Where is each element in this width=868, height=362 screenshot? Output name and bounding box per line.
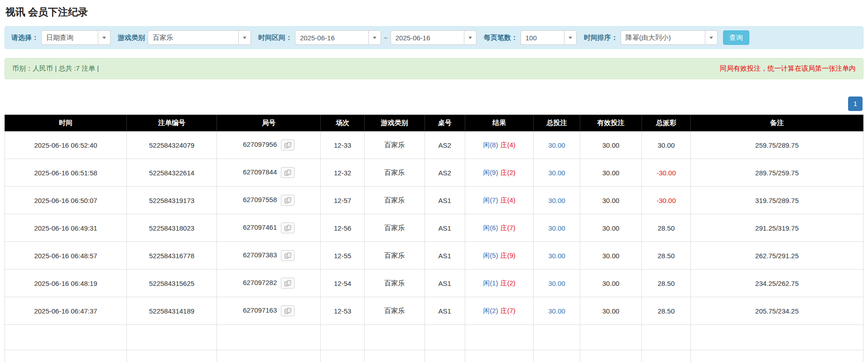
table-no: AS1 bbox=[438, 224, 451, 232]
select-label: 请选择： bbox=[11, 34, 39, 42]
total-bet-link[interactable]: 30.00 bbox=[548, 280, 565, 287]
total-bet-link[interactable]: 30.00 bbox=[548, 224, 565, 232]
remark-value: 319.75/289.75 bbox=[755, 197, 799, 204]
table-row: 2025-06-16 06:48:19 522584315625 6270972… bbox=[5, 270, 863, 297]
cell-game-type: 百家乐 bbox=[364, 214, 424, 242]
total-bet-link[interactable]: 30.00 bbox=[548, 141, 565, 149]
view-cards-button[interactable] bbox=[281, 250, 294, 261]
game-type: 百家乐 bbox=[384, 224, 405, 232]
sort-order-dropdown-button[interactable] bbox=[705, 30, 718, 45]
payout-value: -30.00 bbox=[656, 197, 676, 204]
cell-remark: 289.75/259.75 bbox=[691, 159, 863, 187]
cell-payout: -30.00 bbox=[642, 159, 691, 187]
cards-icon bbox=[284, 169, 292, 176]
view-cards-button[interactable] bbox=[281, 140, 294, 150]
cell-round-id: 627097282 bbox=[217, 270, 321, 297]
cell-remark: 205.75/234.25 bbox=[691, 297, 863, 325]
session-no: 12-56 bbox=[334, 224, 351, 232]
total-bet-link[interactable]: 30.00 bbox=[548, 197, 565, 204]
total-label: 总计 bbox=[5, 350, 127, 362]
subtotal-payout: 84.00 bbox=[642, 325, 691, 350]
total-total-bet: 210.00 bbox=[534, 350, 580, 362]
cell-time: 2025-06-16 06:51:58 bbox=[5, 159, 127, 187]
page-title: 视讯 会员下注纪录 bbox=[5, 5, 863, 19]
session-no: 12-53 bbox=[334, 307, 351, 315]
date-from-combo bbox=[295, 30, 381, 45]
date-to-input[interactable] bbox=[391, 30, 464, 45]
summary-bar: 币别：人民币 | 总共 :7 注单 | 同局有效投注，统一计算在该局第一张注单内 bbox=[5, 58, 863, 79]
cell-round-id: 627097383 bbox=[217, 242, 321, 270]
bet-id: 522584314189 bbox=[149, 307, 194, 315]
cell-round-id: 627097461 bbox=[217, 214, 321, 242]
column-header-game-type: 游戏类别 bbox=[364, 115, 424, 131]
page-size-input[interactable] bbox=[521, 30, 564, 45]
cell-time: 2025-06-16 06:49:31 bbox=[5, 214, 127, 242]
column-header-time: 时间 bbox=[5, 115, 127, 131]
cell-valid-bet: 30.00 bbox=[580, 242, 641, 270]
bet-id: 522584319173 bbox=[149, 197, 194, 204]
cell-session: 12-53 bbox=[321, 297, 365, 325]
payout-value: 28.50 bbox=[658, 307, 675, 315]
cell-round-id: 627097844 bbox=[217, 159, 321, 187]
table-no: AS1 bbox=[438, 280, 451, 287]
search-button[interactable]: 查询 bbox=[723, 30, 749, 45]
date-to-dropdown-button[interactable] bbox=[464, 30, 477, 45]
cell-total-bet: 30.00 bbox=[534, 214, 580, 242]
column-header-table-no: 桌号 bbox=[424, 115, 465, 131]
cell-remark: 319.75/289.75 bbox=[691, 187, 863, 214]
cell-payout: 28.50 bbox=[642, 214, 691, 242]
query-type-dropdown-button[interactable] bbox=[98, 30, 111, 45]
page-size-label: 每页笔数： bbox=[484, 34, 518, 42]
cell-total-bet: 30.00 bbox=[534, 297, 580, 325]
cell-time: 2025-06-16 06:50:07 bbox=[5, 187, 127, 214]
sort-order-input[interactable] bbox=[621, 30, 705, 45]
cell-session: 12-33 bbox=[321, 131, 365, 159]
cell-remark: 259.75/289.75 bbox=[691, 131, 863, 159]
game-type-input[interactable] bbox=[148, 30, 238, 45]
cell-game-type: 百家乐 bbox=[364, 187, 424, 214]
query-type-input[interactable] bbox=[41, 30, 98, 45]
view-cards-button[interactable] bbox=[281, 278, 294, 289]
same-round-notice: 同局有效投注，统一计算在该局第一张注单内 bbox=[720, 64, 856, 73]
cell-payout: 28.50 bbox=[642, 297, 691, 325]
remark-value: 205.75/234.25 bbox=[755, 307, 799, 315]
date-from-input[interactable] bbox=[295, 30, 368, 45]
result-banker: 庄(4) bbox=[500, 141, 515, 149]
column-header-result: 结果 bbox=[465, 115, 534, 131]
page-1-button[interactable]: 1 bbox=[848, 97, 863, 111]
view-cards-button[interactable] bbox=[281, 167, 294, 178]
view-cards-button[interactable] bbox=[281, 195, 294, 206]
cell-game-type: 百家乐 bbox=[364, 131, 424, 159]
view-cards-button[interactable] bbox=[281, 222, 294, 233]
result-banker: 庄(2) bbox=[500, 279, 515, 287]
cell-valid-bet: 30.00 bbox=[580, 159, 641, 187]
pagination-top: 1 bbox=[5, 97, 863, 111]
date-range-label: 时间区间： bbox=[258, 34, 292, 42]
page-size-dropdown-button[interactable] bbox=[564, 30, 577, 45]
bet-id: 522584315625 bbox=[149, 280, 194, 287]
total-bet-link[interactable]: 30.00 bbox=[548, 252, 565, 260]
session-no: 12-33 bbox=[334, 141, 351, 149]
range-separator: ~ bbox=[384, 34, 388, 42]
game-type: 百家乐 bbox=[384, 251, 405, 259]
cell-result: 闲(6)庄(7) bbox=[465, 214, 534, 242]
column-header-remark: 备注 bbox=[691, 115, 863, 131]
result-banker: 庄(2) bbox=[500, 169, 515, 176]
game-type: 百家乐 bbox=[384, 141, 405, 149]
round-id: 627097844 bbox=[243, 168, 277, 176]
total-bet-link[interactable]: 30.00 bbox=[548, 169, 565, 177]
table-row: 2025-06-16 06:48:57 522584316778 6270973… bbox=[5, 242, 863, 270]
query-type-combo bbox=[41, 30, 111, 45]
column-header-bet-id: 注单编号 bbox=[127, 115, 217, 131]
view-cards-button[interactable] bbox=[281, 305, 294, 316]
cell-game-type: 百家乐 bbox=[364, 297, 424, 325]
subtotal-label: 小计 bbox=[5, 325, 127, 350]
cell-game-type: 百家乐 bbox=[364, 242, 424, 270]
total-bet-link[interactable]: 30.00 bbox=[548, 307, 565, 315]
cell-round-id: 627097163 bbox=[217, 297, 321, 325]
date-from-dropdown-button[interactable] bbox=[368, 30, 381, 45]
column-header-valid-bet: 有效投注 bbox=[580, 115, 641, 131]
game-type-dropdown-button[interactable] bbox=[238, 30, 251, 45]
cell-valid-bet: 30.00 bbox=[580, 297, 641, 325]
subtotal-count: 7 bbox=[127, 325, 217, 350]
